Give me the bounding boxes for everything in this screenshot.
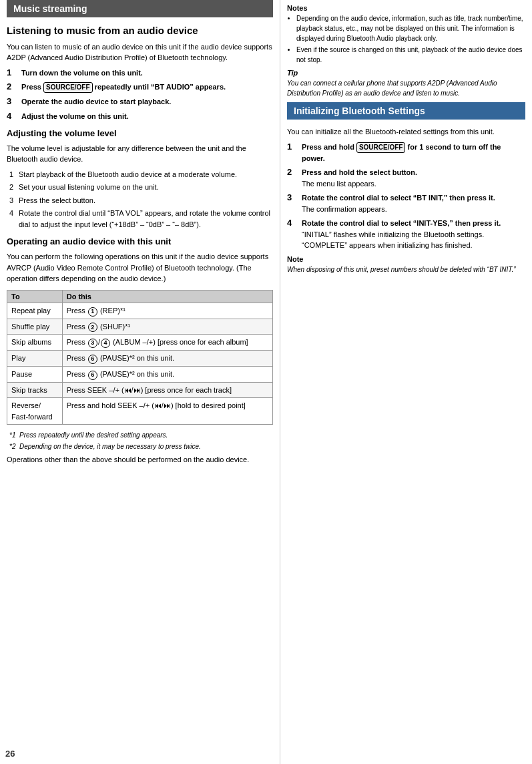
right-column: Notes Depending on the audio device, inf… — [280, 0, 532, 764]
article4-steps: 1 Press and hold SOURCE/OFF for 1 second… — [287, 142, 525, 251]
music-streaming-header: Music streaming — [7, 0, 273, 17]
table-row: Reverse/Fast-forward Press and hold SEEK… — [7, 398, 273, 425]
bluetooth-header-label: Initializing Bluetooth Settings — [294, 106, 425, 116]
footnote-2: *2 Depending on the device, it may be ne… — [7, 441, 273, 451]
ops-text: Operations other than the above should b… — [7, 454, 273, 465]
table-cell-to: Reverse/Fast-forward — [7, 398, 63, 425]
tip-section: Tip You can connect a cellular phone tha… — [287, 69, 525, 98]
article1-steps: 1 Turn down the volume on this unit. 2 P… — [7, 67, 273, 122]
circle-4: 4 — [101, 339, 110, 348]
article2-intro: The volume level is adjustable for any d… — [7, 143, 273, 165]
table-row: Pause Press 6 (PAUSE)*² on this unit. — [7, 366, 273, 382]
note-section: Note When disposing of this unit, preset… — [287, 255, 525, 274]
table-row: Skip albums Press 3/4 (ALBUM –/+) [press… — [7, 335, 273, 351]
article1-title: Listening to music from an audio device — [7, 24, 273, 37]
small-step-4: 4 Rotate the control dial until “BTA VOL… — [9, 208, 273, 230]
page-number: 26 — [5, 749, 15, 759]
table-cell-to: Skip albums — [7, 335, 63, 351]
table-cell-to: Skip tracks — [7, 382, 63, 398]
article4-intro: You can initialize all the Bluetooth-rel… — [287, 126, 525, 138]
article2-steps: 1 Start playback of the Bluetooth audio … — [9, 169, 273, 230]
note-text: When disposing of this unit, preset numb… — [287, 264, 525, 274]
table-row: Shuffle play Press 2 (SHUF)*¹ — [7, 319, 273, 335]
page: Music streaming Listening to music from … — [0, 0, 532, 764]
table-cell-to: Play — [7, 351, 63, 367]
step-1: 1 Turn down the volume on this unit. — [7, 67, 273, 79]
table-row: Repeat play Press 1 (REP)*¹ — [7, 303, 273, 319]
table-cell-to: Pause — [7, 366, 63, 382]
small-step-2: 2 Set your usual listening volume on the… — [9, 182, 273, 193]
table-cell-do: Press 6 (PAUSE)*² on this unit. — [62, 351, 272, 367]
circle-1: 1 — [88, 307, 97, 317]
notes-title: Notes — [287, 4, 525, 12]
bt-step-2: 2 Press and hold the select button.The m… — [287, 167, 525, 189]
table-cell-to: Repeat play — [7, 303, 63, 319]
table-cell-do: Press SEEK –/+ (⏮/⏭) [press once for eac… — [62, 382, 272, 398]
small-step-1: 1 Start playback of the Bluetooth audio … — [9, 169, 273, 180]
circle-3: 3 — [88, 339, 97, 348]
table-header-do: Do this — [62, 290, 272, 303]
bt-step-3: 3 Rotate the control dial to select “BT … — [287, 192, 525, 214]
table-cell-do: Press 3/4 (ALBUM –/+) [press once for ea… — [62, 335, 272, 351]
bt-step-4: 4 Rotate the control dial to select “INI… — [287, 218, 525, 251]
table-cell-do: Press 1 (REP)*¹ — [62, 303, 272, 319]
step-4: 4 Adjust the volume on this unit. — [7, 111, 273, 122]
article3-title: Operating an audio device with this unit — [7, 236, 273, 248]
tip-title: Tip — [287, 69, 525, 77]
footnote-1: *1 Press repeatedly until the desired se… — [7, 430, 273, 440]
notes-list: Depending on the audio device, informati… — [287, 13, 525, 65]
table-cell-do: Press 6 (PAUSE)*² on this unit. — [62, 366, 272, 382]
table-cell-to: Shuffle play — [7, 319, 63, 335]
source-off-btn-1: SOURCE/OFF — [43, 82, 93, 93]
bluetooth-settings-header: Initializing Bluetooth Settings — [287, 102, 525, 120]
circle-6b: 6 — [88, 371, 97, 380]
notes-section: Notes Depending on the audio device, inf… — [287, 4, 525, 65]
circle-2: 2 — [88, 323, 97, 332]
step-2: 2 Press SOURCE/OFF repeatedly until “BT … — [7, 81, 273, 93]
note-item-1: Depending on the audio device, informati… — [296, 13, 525, 43]
table-row: Play Press 6 (PAUSE)*² on this unit. — [7, 351, 273, 367]
operations-table: To Do this Repeat play Press 1 (REP)*¹ S… — [7, 290, 273, 425]
left-column: Music streaming Listening to music from … — [0, 0, 280, 764]
tip-text: You can connect a cellular phone that su… — [287, 78, 525, 98]
table-cell-do: Press and hold SEEK –/+ (⏮/⏭) [hold to d… — [62, 398, 272, 425]
circle-6a: 6 — [88, 355, 97, 364]
small-step-3: 3 Press the select button. — [9, 195, 273, 206]
footnotes: *1 Press repeatedly until the desired se… — [7, 430, 273, 451]
table-row: Skip tracks Press SEEK –/+ (⏮/⏭) [press … — [7, 382, 273, 398]
article1-intro: You can listen to music of an audio devi… — [7, 41, 273, 63]
bt-step-1: 1 Press and hold SOURCE/OFF for 1 second… — [287, 142, 525, 164]
article3-intro: You can perform the following operations… — [7, 251, 273, 284]
article2-title: Adjusting the volume level — [7, 128, 273, 140]
note-title: Note — [287, 255, 525, 263]
table-cell-do: Press 2 (SHUF)*¹ — [62, 319, 272, 335]
step-3: 3 Operate the audio device to start play… — [7, 96, 273, 108]
source-off-btn-2: SOURCE/OFF — [356, 142, 406, 153]
note-item-2: Even if the source is changed on this un… — [296, 45, 525, 65]
table-header-to: To — [7, 290, 63, 303]
section-header-label: Music streaming — [13, 3, 87, 14]
